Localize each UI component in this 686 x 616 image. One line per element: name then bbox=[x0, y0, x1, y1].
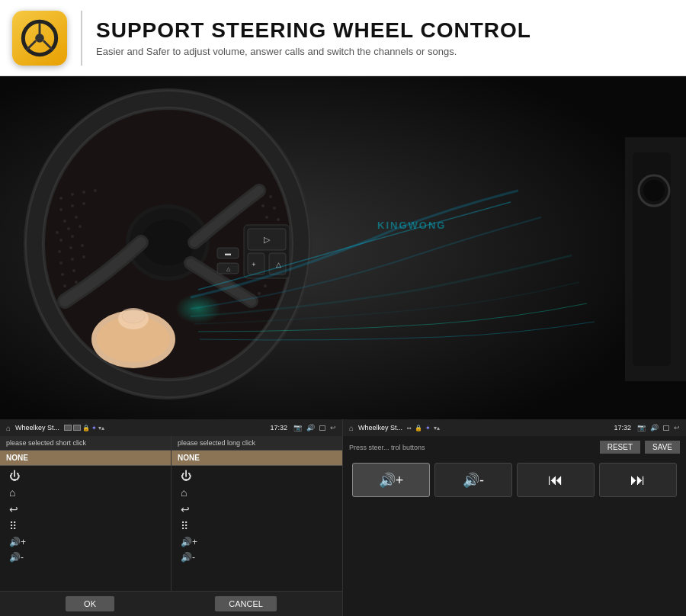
svg-line-3 bbox=[27, 41, 35, 50]
back-icon-long: ↩ bbox=[181, 503, 190, 515]
svg-point-70 bbox=[122, 310, 145, 323]
reset-button[interactable]: RESET bbox=[600, 441, 640, 454]
steering-scene: ▷ + △ ▬ △ bbox=[0, 76, 686, 419]
cancel-button[interactable]: CANCEL bbox=[215, 596, 277, 611]
svg-point-16 bbox=[71, 204, 74, 207]
svg-text:KINGWONG: KINGWONG bbox=[377, 220, 446, 231]
app-name-left: Wheelkey St... bbox=[15, 424, 59, 432]
bottom-buttons-row: OK CANCEL bbox=[0, 591, 342, 616]
save-button[interactable]: SAVE bbox=[645, 441, 680, 454]
vol-up-icon-long: 🔊+ bbox=[181, 537, 197, 547]
home-icon: ⌂ bbox=[9, 486, 15, 499]
press-bar: Press steer... trol buttons RESET SAVE bbox=[349, 441, 680, 454]
list-item[interactable]: ⏻ bbox=[0, 467, 171, 484]
svg-point-13 bbox=[82, 191, 85, 194]
svg-point-41 bbox=[261, 204, 264, 207]
svg-point-51 bbox=[264, 284, 267, 287]
long-click-col: please selected long click NONE ⏻ ⌂ ↩ ⠿ bbox=[172, 436, 342, 591]
svg-point-43 bbox=[265, 216, 268, 219]
list-item[interactable]: ⠿ bbox=[0, 518, 171, 534]
svg-point-23 bbox=[59, 239, 63, 242]
bottom-ui: ⌂ Wheelkey St... 🔒 ✦ ▾▴ 17:32 📷 🔊 ↩ plea… bbox=[0, 419, 686, 616]
next-icon: ⏭ bbox=[630, 471, 646, 489]
list-item[interactable]: 🔊+ bbox=[0, 534, 171, 550]
svg-point-42 bbox=[273, 207, 276, 210]
steering-wheel-svg bbox=[21, 19, 59, 57]
svg-point-25 bbox=[58, 250, 61, 253]
icon-back-right: ↩ bbox=[674, 424, 680, 432]
list-item[interactable]: ⌂ bbox=[0, 484, 171, 501]
next-button[interactable]: ⏭ bbox=[599, 463, 677, 497]
status-bar-right: ⌂ Wheelkey St... ▪▪ 🔒 ✦ ▾▴ 17:32 📷 🔊 ↩ bbox=[343, 419, 686, 436]
icon-sq-right bbox=[663, 425, 669, 431]
long-click-items: ⏻ ⌂ ↩ ⠿ 🔊+ 🔊- bbox=[172, 466, 342, 591]
icon-lock-left: 🔒 bbox=[82, 425, 90, 432]
power-icon-long: ⏻ bbox=[181, 470, 191, 482]
time-left: 17:32 bbox=[270, 424, 287, 432]
icon-sig-right: ▾▴ bbox=[434, 425, 440, 432]
svg-point-28 bbox=[59, 261, 63, 265]
main-image: ▷ + △ ▬ △ bbox=[0, 76, 686, 419]
short-click-none[interactable]: NONE bbox=[0, 451, 171, 466]
power-icon: ⏻ bbox=[9, 470, 20, 482]
list-item[interactable]: 🔊- bbox=[172, 550, 342, 565]
icon-cam-right: 📷 bbox=[637, 424, 646, 432]
svg-point-22 bbox=[79, 225, 82, 228]
menu-icon: ⠿ bbox=[9, 520, 17, 532]
short-click-items: ⏻ ⌂ ↩ ⠿ 🔊+ 🔊- bbox=[0, 466, 171, 591]
svg-point-52 bbox=[258, 292, 261, 295]
list-item[interactable]: 🔊+ bbox=[172, 534, 342, 550]
press-text: Press steer... trol buttons bbox=[349, 444, 595, 451]
ok-button[interactable]: OK bbox=[66, 596, 114, 611]
svg-point-24 bbox=[71, 235, 74, 238]
svg-point-21 bbox=[67, 227, 70, 230]
left-panel: ⌂ Wheelkey St... 🔒 ✦ ▾▴ 17:32 📷 🔊 ↩ plea… bbox=[0, 419, 343, 616]
list-item[interactable]: ⏻ bbox=[172, 467, 342, 484]
list-item[interactable]: ⠿ bbox=[172, 518, 342, 534]
home-icon-long: ⌂ bbox=[181, 486, 187, 499]
icon-sq-left bbox=[319, 425, 325, 431]
list-item[interactable]: ↩ bbox=[0, 501, 171, 518]
svg-point-11 bbox=[59, 197, 63, 200]
app-name-right: Wheelkey St... bbox=[358, 424, 402, 432]
home-icon-right[interactable]: ⌂ bbox=[349, 424, 354, 432]
svg-rect-59 bbox=[248, 253, 264, 274]
home-icon-left[interactable]: ⌂ bbox=[6, 424, 11, 432]
svg-point-1 bbox=[35, 34, 44, 43]
vol-down-icon-long: 🔊- bbox=[181, 552, 195, 563]
vol-up-icon: 🔊+ bbox=[9, 537, 26, 547]
header-divider bbox=[81, 11, 82, 66]
back-icon: ↩ bbox=[9, 503, 18, 515]
vol-down-ctrl-icon: 🔊- bbox=[463, 472, 484, 489]
panels-row: please selected short click NONE ⏻ ⌂ ↩ ⠿ bbox=[0, 436, 342, 591]
svg-point-30 bbox=[82, 255, 85, 258]
svg-text:+: + bbox=[252, 261, 255, 268]
svg-point-31 bbox=[61, 273, 64, 276]
icon-vol-left: 🔊 bbox=[306, 424, 315, 432]
vol-down-button[interactable]: 🔊- bbox=[434, 463, 512, 497]
list-item[interactable]: 🔊- bbox=[0, 550, 171, 565]
list-item[interactable]: ⌂ bbox=[172, 484, 342, 501]
header: SUPPORT STEERING WHEEL CONTROL Easier an… bbox=[0, 0, 686, 76]
svg-text:▷: ▷ bbox=[264, 235, 271, 244]
svg-point-29 bbox=[71, 258, 74, 261]
header-text: SUPPORT STEERING WHEEL CONTROL Easier an… bbox=[96, 18, 674, 57]
status-bar-left: ⌂ Wheelkey St... 🔒 ✦ ▾▴ 17:32 📷 🔊 ↩ bbox=[0, 419, 342, 436]
right-panel: ⌂ Wheelkey St... ▪▪ 🔒 ✦ ▾▴ 17:32 📷 🔊 ↩ P… bbox=[343, 419, 686, 616]
prev-button[interactable]: ⏮ bbox=[517, 463, 595, 497]
long-click-header: please selected long click bbox=[172, 436, 342, 451]
vol-up-ctrl-icon: 🔊+ bbox=[379, 472, 404, 489]
steering-wheel-icon bbox=[12, 11, 67, 66]
vol-up-button[interactable]: 🔊+ bbox=[352, 463, 430, 497]
icon-back-left: ↩ bbox=[330, 424, 336, 432]
svg-point-12 bbox=[71, 193, 74, 196]
icon-lock-right: 🔒 bbox=[415, 425, 422, 432]
page-subtitle: Easier and Safer to adjust volume, answe… bbox=[96, 46, 674, 57]
svg-point-26 bbox=[69, 246, 72, 249]
list-item[interactable]: ↩ bbox=[172, 501, 342, 518]
time-right: 17:32 bbox=[614, 424, 631, 432]
icon-box-right-1: ▪▪ bbox=[407, 425, 412, 432]
control-buttons-grid: 🔊+ 🔊- ⏮ ⏭ bbox=[349, 460, 680, 500]
short-click-col: please selected short click NONE ⏻ ⌂ ↩ ⠿ bbox=[0, 436, 172, 591]
long-click-none[interactable]: NONE bbox=[172, 451, 342, 466]
